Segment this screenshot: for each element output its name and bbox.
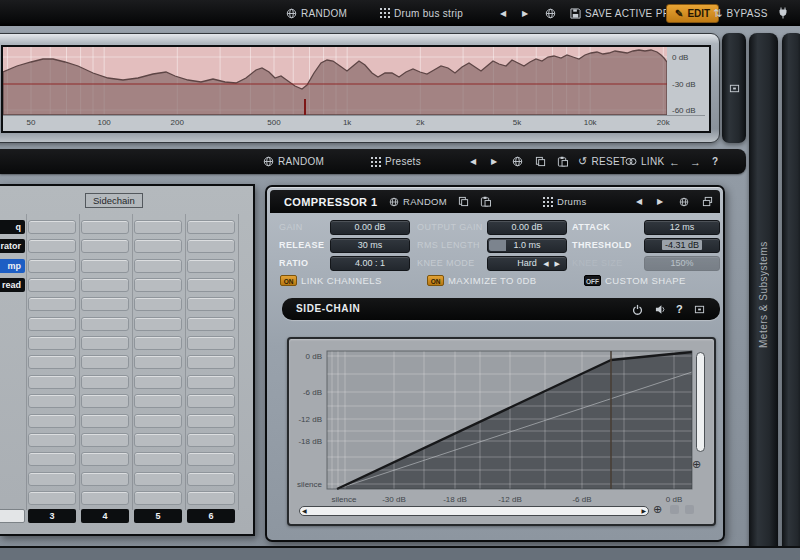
matrix-cell[interactable] xyxy=(28,355,76,369)
matrix-cell[interactable] xyxy=(81,239,129,253)
matrix-cell[interactable] xyxy=(134,317,182,331)
param-value-output-gain[interactable]: 0.00 dB xyxy=(487,220,567,235)
preset-selector[interactable]: Drum bus strip xyxy=(380,0,463,26)
matrix-cell[interactable] xyxy=(187,297,235,311)
column-number[interactable]: 5 xyxy=(134,509,182,523)
module-next-button[interactable]: ▶ xyxy=(491,149,497,174)
module-randomize-button[interactable]: RANDOM xyxy=(263,149,324,174)
matrix-cell[interactable] xyxy=(81,491,129,505)
scroll-right-icon[interactable]: ▶ xyxy=(641,508,646,514)
collapsed-strip[interactable] xyxy=(782,33,800,556)
compressor-next-button[interactable]: ▶ xyxy=(657,190,663,213)
matrix-cell[interactable] xyxy=(187,472,235,486)
matrix-cell[interactable] xyxy=(187,259,235,273)
matrix-cell[interactable] xyxy=(134,336,182,350)
param-value-attack[interactable]: 12 ms xyxy=(644,220,720,235)
column-number-partial[interactable] xyxy=(0,509,25,523)
matrix-cell[interactable] xyxy=(28,375,76,389)
module-tab[interactable]: q xyxy=(0,220,25,234)
spectrum-plot[interactable] xyxy=(3,47,667,115)
matrix-cell[interactable] xyxy=(134,452,182,466)
transfer-graph-plot[interactable]: 0 dB-6 dB-12 dB-18 dBsilencesilence-30 d… xyxy=(289,339,714,524)
next-preset-button[interactable]: ▶ xyxy=(522,0,528,26)
compressor-paste-button[interactable] xyxy=(480,190,491,213)
reset-button[interactable]: ↺ RESET xyxy=(578,149,626,174)
zoom-horizontal-icon[interactable]: ⊕ xyxy=(653,504,662,515)
help-button[interactable]: ? xyxy=(712,149,718,174)
sidechain-listen-button[interactable] xyxy=(655,298,666,320)
matrix-cell[interactable] xyxy=(28,491,76,505)
matrix-cell[interactable] xyxy=(187,414,235,428)
matrix-cell[interactable] xyxy=(134,297,182,311)
randomize-button[interactable]: RANDOM xyxy=(286,0,347,26)
value-stepper-arrows[interactable]: ◀ ▶ xyxy=(543,257,562,270)
copy-button[interactable] xyxy=(535,149,546,174)
matrix-cell[interactable] xyxy=(187,433,235,447)
matrix-cell[interactable] xyxy=(134,375,182,389)
redo-button[interactable]: → xyxy=(690,149,701,174)
matrix-cell[interactable] xyxy=(134,491,182,505)
undo-button[interactable]: ← xyxy=(669,149,680,174)
matrix-cell[interactable] xyxy=(187,491,235,505)
matrix-cell[interactable] xyxy=(81,336,129,350)
matrix-cell[interactable] xyxy=(81,355,129,369)
matrix-cell[interactable] xyxy=(187,278,235,292)
toggle-maximize-to-0db[interactable]: ON xyxy=(427,275,444,286)
scroll-left-icon[interactable]: ◀ xyxy=(302,508,307,514)
matrix-cell[interactable] xyxy=(81,433,129,447)
param-value-rms-length[interactable]: 1.0 ms xyxy=(487,238,567,253)
sidechain-window-button[interactable] xyxy=(694,298,705,320)
matrix-cell[interactable] xyxy=(134,220,182,234)
compressor-maximize-button[interactable] xyxy=(702,190,713,213)
matrix-cell[interactable] xyxy=(134,259,182,273)
matrix-cell[interactable] xyxy=(187,336,235,350)
matrix-cell[interactable] xyxy=(81,472,129,486)
matrix-cell[interactable] xyxy=(28,433,76,447)
param-value-knee-size[interactable]: 150% xyxy=(644,256,720,271)
matrix-cell[interactable] xyxy=(187,220,235,234)
matrix-cell[interactable] xyxy=(81,375,129,389)
matrix-cell[interactable] xyxy=(187,355,235,369)
matrix-cell[interactable] xyxy=(28,297,76,311)
matrix-cell[interactable] xyxy=(134,394,182,408)
matrix-cell[interactable] xyxy=(81,297,129,311)
matrix-cell[interactable] xyxy=(28,220,76,234)
matrix-cell[interactable] xyxy=(187,452,235,466)
spectrum-analyzer[interactable]: 0 dB-30 dB-60 dB 501002005001k2k5k10k20k xyxy=(1,45,711,133)
matrix-cell[interactable] xyxy=(134,414,182,428)
link-button[interactable]: LINK xyxy=(625,149,664,174)
meters-subsystems-strip[interactable]: Meters & Subsystems xyxy=(749,33,778,556)
plug-button[interactable] xyxy=(778,0,788,26)
matrix-cell[interactable] xyxy=(134,239,182,253)
compressor-prev-button[interactable]: ◀ xyxy=(636,190,642,213)
matrix-cell[interactable] xyxy=(187,375,235,389)
sidechain-help-button[interactable]: ? xyxy=(676,298,683,320)
param-value-release[interactable]: 30 ms xyxy=(330,238,410,253)
compressor-random-button[interactable] xyxy=(679,190,689,213)
matrix-cell[interactable] xyxy=(187,394,235,408)
module-presets-button[interactable]: Presets xyxy=(371,149,421,174)
graph-option-button[interactable] xyxy=(685,505,694,514)
matrix-cell[interactable] xyxy=(28,336,76,350)
graph-horizontal-scrollbar[interactable]: ◀ ▶ xyxy=(299,506,649,516)
matrix-cell[interactable] xyxy=(81,220,129,234)
matrix-cell[interactable] xyxy=(134,433,182,447)
column-number[interactable]: 4 xyxy=(81,509,129,523)
random-preset-button[interactable] xyxy=(545,0,556,26)
matrix-cell[interactable] xyxy=(81,317,129,331)
module-tab[interactable]: mp xyxy=(0,259,25,273)
matrix-cell[interactable] xyxy=(81,278,129,292)
matrix-cell[interactable] xyxy=(28,239,76,253)
matrix-cell[interactable] xyxy=(81,414,129,428)
matrix-cell[interactable] xyxy=(28,394,76,408)
param-value-ratio[interactable]: 4.00 : 1 xyxy=(330,256,410,271)
compressor-copy-button[interactable] xyxy=(458,190,469,213)
matrix-cell[interactable] xyxy=(81,452,129,466)
param-value-gain[interactable]: 0.00 dB xyxy=(330,220,410,235)
matrix-cell[interactable] xyxy=(28,414,76,428)
matrix-cell[interactable] xyxy=(28,452,76,466)
param-value-threshold[interactable]: -4.31 dB xyxy=(644,238,720,253)
matrix-cell[interactable] xyxy=(28,278,76,292)
module-prev-button[interactable]: ◀ xyxy=(470,149,476,174)
matrix-cell[interactable] xyxy=(81,394,129,408)
